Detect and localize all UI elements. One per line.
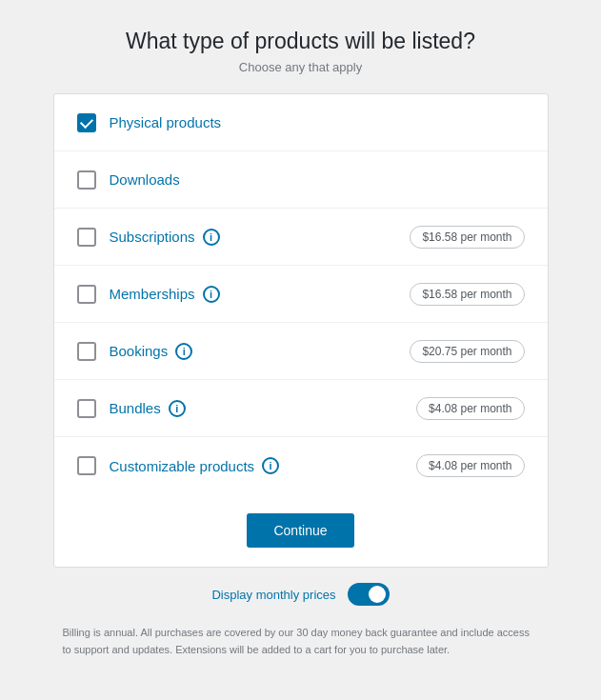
option-text-bundles: Bundles [110, 400, 161, 416]
toggle-thumb [369, 586, 386, 603]
option-label-bookings: Bookingsi [110, 343, 411, 360]
option-row-bookings: Bookingsi$20.75 per month [54, 323, 548, 380]
price-badge-bookings: $20.75 per month [410, 340, 524, 363]
checkbox-physical[interactable] [77, 113, 96, 132]
option-text-memberships: Memberships [110, 286, 195, 302]
option-label-downloads: Downloads [110, 171, 525, 188]
option-row-subscriptions: Subscriptionsi$16.58 per month [54, 209, 548, 266]
options-list: Physical productsDownloadsSubscriptionsi… [54, 94, 548, 494]
option-text-downloads: Downloads [110, 171, 180, 188]
checkbox-subscriptions[interactable] [77, 228, 96, 247]
option-label-physical: Physical products [110, 114, 525, 130]
option-row-physical: Physical products [54, 94, 548, 151]
option-label-customizable: Customizable productsi [110, 457, 417, 474]
price-badge-memberships: $16.58 per month [410, 283, 524, 306]
options-card: Physical productsDownloadsSubscriptionsi… [53, 93, 549, 568]
option-label-bundles: Bundlesi [110, 400, 417, 417]
checkbox-bookings[interactable] [77, 342, 96, 361]
option-text-subscriptions: Subscriptions [110, 229, 195, 245]
price-badge-bundles: $4.08 per month [416, 397, 524, 420]
checkbox-downloads[interactable] [77, 170, 96, 190]
price-badge-customizable: $4.08 per month [416, 454, 524, 477]
option-label-memberships: Membershipsi [110, 286, 411, 303]
option-text-bookings: Bookings [110, 343, 169, 359]
option-text-customizable: Customizable products [110, 458, 255, 474]
page-subtitle: Choose any that apply [126, 60, 475, 74]
checkbox-memberships[interactable] [77, 285, 96, 304]
option-text-physical: Physical products [110, 114, 222, 130]
option-row-bundles: Bundlesi$4.08 per month [54, 380, 548, 437]
toggle-track [348, 583, 390, 606]
page-title: What type of products will be listed? [126, 29, 475, 54]
checkbox-customizable[interactable] [77, 456, 96, 475]
billing-note: Billing is annual. All purchases are cov… [53, 625, 549, 658]
info-icon-memberships[interactable]: i [203, 286, 220, 303]
info-icon-bookings[interactable]: i [175, 343, 192, 360]
toggle-section: Display monthly prices [211, 583, 389, 606]
toggle-label: Display monthly prices [211, 588, 335, 602]
option-row-downloads: Downloads [54, 151, 548, 209]
option-row-memberships: Membershipsi$16.58 per month [54, 266, 548, 323]
info-icon-bundles[interactable]: i [169, 400, 186, 417]
page-wrapper: What type of products will be listed? Ch… [19, 19, 582, 658]
info-icon-customizable[interactable]: i [262, 457, 279, 474]
continue-button[interactable]: Continue [247, 513, 353, 548]
price-badge-subscriptions: $16.58 per month [410, 226, 524, 249]
monthly-price-toggle[interactable] [348, 583, 390, 606]
option-row-customizable: Customizable productsi$4.08 per month [54, 437, 548, 494]
continue-section: Continue [54, 494, 548, 567]
info-icon-subscriptions[interactable]: i [203, 229, 220, 246]
option-label-subscriptions: Subscriptionsi [110, 229, 411, 246]
checkbox-bundles[interactable] [77, 399, 96, 418]
heading-section: What type of products will be listed? Ch… [126, 29, 475, 74]
